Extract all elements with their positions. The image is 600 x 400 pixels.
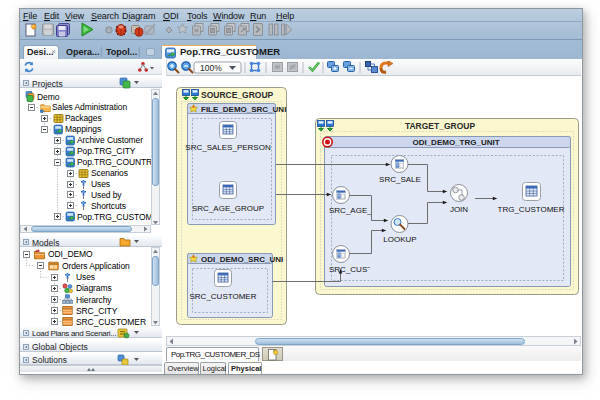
- svg-text:ODI_DEMO_TRG_UNIT: ODI_DEMO_TRG_UNIT: [412, 138, 499, 147]
- svg-text:SRC_SALE: SRC_SALE: [379, 175, 421, 184]
- svg-text:SRC_CUS˜: SRC_CUS˜: [329, 265, 370, 274]
- svg-text:SRC_CUSTOMER: SRC_CUSTOMER: [190, 292, 257, 301]
- svg-text:FILE_DEMO_SRC_UNI: FILE_DEMO_SRC_UNI: [201, 105, 286, 114]
- svg-text:100%: 100%: [200, 63, 222, 73]
- svg-text:ODI_DEMO_SRC_UNI: ODI_DEMO_SRC_UNI: [201, 255, 283, 264]
- svg-text:TARGET_GROUP: TARGET_GROUP: [405, 121, 476, 131]
- svg-text:SRC_AGE_GROUP: SRC_AGE_GROUP: [192, 204, 264, 213]
- svg-text:LOOKUP: LOOKUP: [383, 235, 416, 244]
- svg-text:TRG_CUSTOMER: TRG_CUSTOMER: [498, 205, 565, 214]
- svg-text:SOURCE_GROUP: SOURCE_GROUP: [201, 90, 274, 100]
- svg-text:JOIN: JOIN: [450, 205, 468, 214]
- svg-text:SRC_AGE_: SRC_AGE_: [329, 206, 372, 215]
- svg-text:SRC_SALES_PERSON: SRC_SALES_PERSON: [185, 143, 271, 152]
